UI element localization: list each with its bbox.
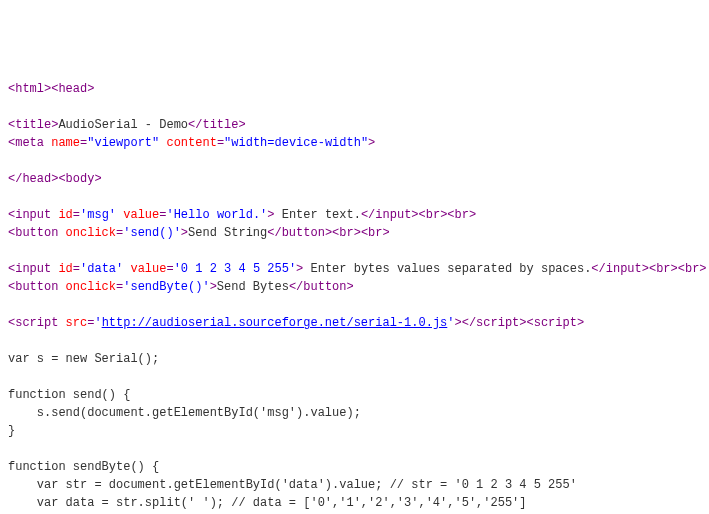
code-line: } <box>8 422 701 440</box>
code-line <box>8 368 701 386</box>
code-token: } <box>8 424 15 438</box>
code-token: > <box>267 208 274 222</box>
code-line: <input id='msg' value='Hello world.'> En… <box>8 206 701 224</box>
code-token: 'sendByte()' <box>123 280 209 294</box>
code-token: <title> <box>8 118 58 132</box>
code-token: Send Bytes <box>217 280 289 294</box>
code-token: Send String <box>188 226 267 240</box>
code-token: > <box>181 226 188 240</box>
code-token: > <box>454 316 461 330</box>
code-line: function send() { <box>8 386 701 404</box>
code-token: </script> <box>462 316 527 330</box>
code-token: <br> <box>419 208 448 222</box>
code-token: </button> <box>267 226 332 240</box>
code-token: "viewport" <box>87 136 159 150</box>
code-token: <head> <box>51 82 94 96</box>
code-line: <input id='data' value='0 1 2 3 4 5 255'… <box>8 260 701 278</box>
code-token: <br> <box>649 262 678 276</box>
code-token: src <box>66 316 88 330</box>
code-line: var str = document.getElementById('data'… <box>8 476 701 494</box>
code-token: </button> <box>289 280 354 294</box>
code-token: function send() { <box>8 388 130 402</box>
code-line: var s = new Serial(); <box>8 350 701 368</box>
code-token: AudioSerial - Demo <box>58 118 188 132</box>
code-line: <button onclick='send()'>Send String</bu… <box>8 224 701 242</box>
code-token: = <box>217 136 224 150</box>
code-line: var data = str.split(' '); // data = ['0… <box>8 494 701 512</box>
code-line: <title>AudioSerial - Demo</title> <box>8 116 701 134</box>
code-token: Enter text. <box>275 208 361 222</box>
code-token: "width=device-width" <box>224 136 368 150</box>
code-token: </title> <box>188 118 246 132</box>
code-line: </head><body> <box>8 170 701 188</box>
code-token: <script> <box>527 316 585 330</box>
code-token: var s = new Serial(); <box>8 352 159 366</box>
code-token: Enter bytes values separated by spaces. <box>303 262 591 276</box>
code-token: </input> <box>361 208 419 222</box>
code-token: > <box>210 280 217 294</box>
code-token: var str = document.getElementById('data'… <box>8 478 577 492</box>
code-line: <script src='http://audioserial.sourcefo… <box>8 314 701 332</box>
code-token: http://audioserial.sourceforge.net/seria… <box>102 316 448 330</box>
code-token: id <box>58 262 72 276</box>
code-token: content <box>166 136 216 150</box>
code-token: 'data' <box>80 262 123 276</box>
code-token: 'send()' <box>123 226 181 240</box>
code-token: </head> <box>8 172 58 186</box>
code-token: name <box>51 136 80 150</box>
code-token: function sendByte() { <box>8 460 159 474</box>
code-token: s.send(document.getElementById('msg').va… <box>8 406 361 420</box>
code-line: function sendByte() { <box>8 458 701 476</box>
code-line <box>8 98 701 116</box>
code-token: <input <box>8 262 58 276</box>
code-token: 'Hello world.' <box>166 208 267 222</box>
code-token: <br> <box>332 226 361 240</box>
code-line <box>8 332 701 350</box>
code-token: <body> <box>58 172 101 186</box>
code-line: <meta name="viewport" content="width=dev… <box>8 134 701 152</box>
code-line: <button onclick='sendByte()'>Send Bytes<… <box>8 278 701 296</box>
code-token: </input> <box>591 262 649 276</box>
code-token: <meta <box>8 136 51 150</box>
code-token: <script <box>8 316 66 330</box>
code-token: <html> <box>8 82 51 96</box>
code-token: <br> <box>678 262 707 276</box>
code-line <box>8 440 701 458</box>
code-token: value <box>130 262 166 276</box>
code-token: 'msg' <box>80 208 116 222</box>
code-line <box>8 188 701 206</box>
code-token: <button <box>8 280 66 294</box>
code-token: ' <box>94 316 101 330</box>
code-token: var data = str.split(' '); // data = ['0… <box>8 496 526 510</box>
code-snippet: <html><head> <title>AudioSerial - Demo</… <box>8 80 701 514</box>
code-line <box>8 296 701 314</box>
code-line <box>8 152 701 170</box>
code-token: <br> <box>447 208 476 222</box>
code-token: > <box>368 136 375 150</box>
code-token: = <box>73 262 80 276</box>
code-token: <br> <box>361 226 390 240</box>
code-line: <html><head> <box>8 80 701 98</box>
code-token: '0 1 2 3 4 5 255' <box>174 262 296 276</box>
code-line: s.send(document.getElementById('msg').va… <box>8 404 701 422</box>
code-token: id <box>58 208 72 222</box>
code-token: onclick <box>66 226 116 240</box>
code-line <box>8 242 701 260</box>
code-token: = <box>73 208 80 222</box>
code-token: value <box>123 208 159 222</box>
code-token: onclick <box>66 280 116 294</box>
code-token: <button <box>8 226 66 240</box>
code-token: = <box>166 262 173 276</box>
code-token: <input <box>8 208 58 222</box>
